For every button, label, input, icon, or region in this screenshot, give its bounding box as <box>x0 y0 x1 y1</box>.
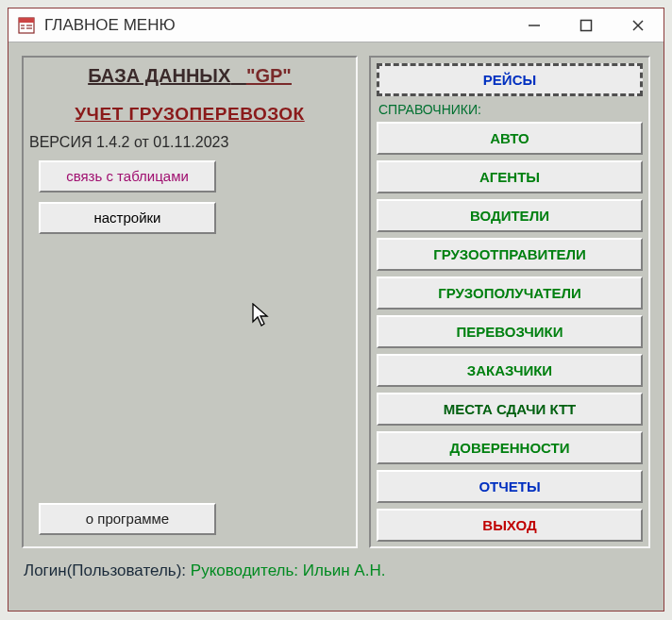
mouse-cursor-icon <box>252 303 271 333</box>
drivers-button[interactable]: ВОДИТЕЛИ <box>377 199 643 232</box>
ktt-button[interactable]: МЕСТА СДАЧИ КТТ <box>377 393 643 426</box>
login-line: Логин(Пользователь): Руководитель: Ильин… <box>24 561 385 580</box>
version-label: ВЕРСИЯ 1.4.2 от 01.11.2023 <box>29 134 356 151</box>
titlebar: ГЛАВНОЕ МЕНЮ <box>8 8 664 42</box>
link-tables-button[interactable]: связь с таблицами <box>39 160 216 193</box>
directories-label: СПРАВОЧНИКИ: <box>378 102 643 117</box>
shippers-button[interactable]: ГРУЗООТПРАВИТЕЛИ <box>377 238 643 271</box>
close-button[interactable] <box>612 8 664 42</box>
main-menu-window: ГЛАВНОЕ МЕНЮ БАЗА ДАННЫХ "GP" УЧЕТ <box>8 8 664 612</box>
exit-button[interactable]: ВЫХОД <box>377 509 643 542</box>
customers-button[interactable]: ЗАКАЗЧИКИ <box>377 354 643 387</box>
login-user: Руководитель: Ильин А.Н. <box>191 561 386 579</box>
left-panel: БАЗА ДАННЫХ "GP" УЧЕТ ГРУЗОПЕРЕВОЗОК ВЕР… <box>22 56 358 548</box>
reports-button[interactable]: ОТЧЕТЫ <box>377 470 643 503</box>
window-controls <box>508 8 664 42</box>
right-panel: РЕЙСЫ СПРАВОЧНИКИ: АВТО АГЕНТЫ ВОДИТЕЛИ … <box>369 56 650 548</box>
minimize-button[interactable] <box>508 8 560 42</box>
svg-rect-7 <box>580 20 591 30</box>
auto-button[interactable]: АВТО <box>377 122 643 155</box>
login-label: Логин(Пользователь): <box>24 561 191 579</box>
poa-button[interactable]: ДОВЕРЕННОСТИ <box>377 431 643 464</box>
window-body: БАЗА ДАННЫХ "GP" УЧЕТ ГРУЗОПЕРЕВОЗОК ВЕР… <box>8 42 664 611</box>
db-label: БАЗА ДАННЫХ <box>88 65 230 86</box>
consignees-button[interactable]: ГРУЗОПОЛУЧАТЕЛИ <box>377 276 643 310</box>
window-title: ГЛАВНОЕ МЕНЮ <box>44 16 176 35</box>
about-button[interactable]: о программе <box>39 503 216 535</box>
app-form-icon <box>18 17 35 34</box>
settings-button[interactable]: настройки <box>39 202 216 234</box>
app-subtitle: УЧЕТ ГРУЗОПЕРЕВОЗОК <box>24 104 356 125</box>
svg-rect-1 <box>19 18 34 23</box>
db-title: БАЗА ДАННЫХ "GP" <box>24 65 356 87</box>
agents-button[interactable]: АГЕНТЫ <box>377 160 643 193</box>
maximize-button[interactable] <box>560 8 612 42</box>
db-name: "GP" <box>246 65 292 86</box>
carriers-button[interactable]: ПЕРЕВОЗЧИКИ <box>377 315 643 348</box>
trips-button[interactable]: РЕЙСЫ <box>377 63 643 96</box>
